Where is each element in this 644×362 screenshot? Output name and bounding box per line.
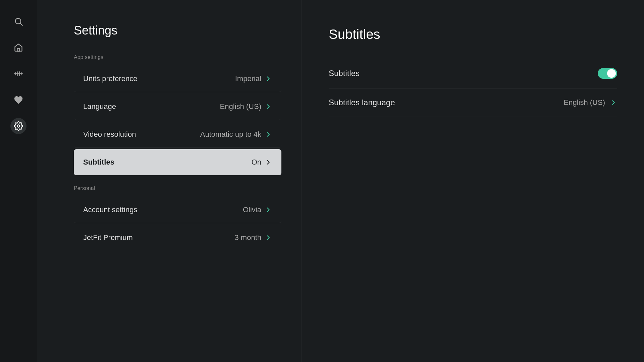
right-item-subtitles[interactable]: Subtitles: [329, 59, 617, 88]
language-chevron-icon: [265, 103, 272, 110]
app-settings-list: Units preference Imperial Language Engli…: [74, 66, 281, 175]
units-label: Units preference: [83, 74, 137, 83]
subtitles-right: On: [252, 158, 272, 167]
settings-item-subtitles[interactable]: Subtitles On: [74, 149, 281, 175]
personal-settings-list: Account settings Olivia JetFit Premium 3…: [74, 197, 281, 251]
video-resolution-label: Video resolution: [83, 130, 136, 139]
settings-item-account[interactable]: Account settings Olivia: [74, 197, 281, 223]
subtitles-label: Subtitles: [83, 158, 114, 167]
account-chevron-icon: [265, 206, 272, 214]
left-panel: Settings App settings Units preference I…: [37, 0, 302, 362]
personal-label: Personal: [74, 185, 281, 191]
right-subtitles-right: [598, 68, 617, 79]
settings-item-units[interactable]: Units preference Imperial: [74, 66, 281, 92]
svg-line-1: [20, 23, 22, 25]
subtitles-language-chevron-icon: [610, 99, 617, 106]
subtitles-chevron-icon: [265, 159, 272, 166]
premium-label: JetFit Premium: [83, 233, 133, 242]
page-title: Settings: [74, 23, 281, 38]
sidebar-item-home[interactable]: [10, 40, 26, 56]
settings-item-language[interactable]: Language English (US): [74, 94, 281, 120]
subtitles-toggle[interactable]: [598, 68, 617, 79]
premium-value: 3 month: [235, 233, 262, 242]
language-label: Language: [83, 102, 116, 111]
video-resolution-value: Automatic up to 4k: [200, 130, 261, 139]
right-subtitles-language-label: Subtitles language: [329, 98, 395, 107]
svg-point-10: [17, 125, 20, 127]
right-subtitles-language-right: English (US): [564, 98, 617, 107]
sidebar: [0, 0, 37, 362]
account-label: Account settings: [83, 205, 137, 214]
right-subtitles-label: Subtitles: [329, 69, 360, 78]
premium-chevron-icon: [265, 234, 272, 241]
toggle-knob: [607, 69, 616, 78]
account-value: Olivia: [243, 205, 261, 214]
sidebar-item-favorites[interactable]: [10, 92, 26, 108]
app-settings-label: App settings: [74, 54, 281, 60]
account-right: Olivia: [243, 205, 272, 214]
right-panel: Subtitles Subtitles Subtitles language E…: [302, 0, 644, 362]
settings-item-video-resolution[interactable]: Video resolution Automatic up to 4k: [74, 121, 281, 148]
video-resolution-right: Automatic up to 4k: [200, 130, 272, 139]
units-value: Imperial: [235, 74, 261, 83]
sidebar-item-search[interactable]: [10, 13, 26, 29]
sidebar-item-workout[interactable]: [10, 66, 26, 82]
right-settings-list: Subtitles Subtitles language English (US…: [329, 59, 617, 117]
settings-item-premium[interactable]: JetFit Premium 3 month: [74, 225, 281, 251]
language-right: English (US): [220, 102, 272, 111]
right-panel-title: Subtitles: [329, 27, 617, 42]
svg-rect-2: [17, 48, 20, 51]
right-item-subtitles-language[interactable]: Subtitles language English (US): [329, 88, 617, 117]
premium-right: 3 month: [235, 233, 272, 242]
units-right: Imperial: [235, 74, 272, 83]
right-subtitles-language-value: English (US): [564, 98, 605, 107]
video-resolution-chevron-icon: [265, 131, 272, 138]
language-value: English (US): [220, 102, 261, 111]
units-chevron-icon: [265, 75, 272, 82]
subtitles-value: On: [252, 158, 261, 167]
sidebar-item-settings[interactable]: [10, 118, 26, 134]
